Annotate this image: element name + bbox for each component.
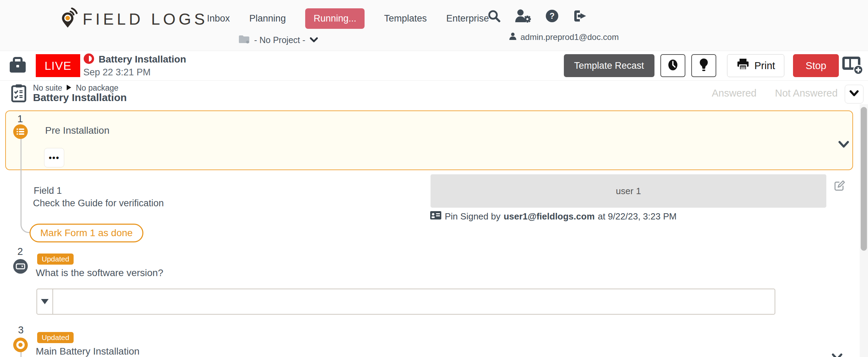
dropdown-caret-segment[interactable] xyxy=(37,289,53,314)
pin-signed-prefix: Pin Signed by xyxy=(445,211,500,222)
item2-number: 2 xyxy=(17,246,23,257)
stop-button[interactable]: Stop xyxy=(793,54,839,77)
field1-instruction: Check the Guide for verification xyxy=(33,198,164,209)
history-clock-button[interactable] xyxy=(660,54,685,77)
signature-edit-icon[interactable] xyxy=(834,180,845,192)
fieldlogs-pin-icon xyxy=(60,8,78,31)
project-selector-label: - No Project - xyxy=(254,35,305,45)
nav-templates[interactable]: Templates xyxy=(384,8,427,29)
pin-signed-row: Pin Signed by user1@fieldlogs.com at 9/2… xyxy=(430,210,677,223)
id-card-icon xyxy=(430,210,442,223)
print-label: Print xyxy=(754,60,775,72)
item3-collapse-chevron-icon[interactable] xyxy=(831,353,843,357)
pin-signed-suffix: at 9/22/23, 3:23 PM xyxy=(598,211,677,222)
item1-number: 1 xyxy=(17,113,23,125)
item3-section-donut-icon xyxy=(13,338,28,352)
filter-answered[interactable]: Answered xyxy=(712,88,757,99)
item3-title: Main Battery Installation xyxy=(36,346,140,357)
clock-icon xyxy=(667,58,679,73)
item3-number: 3 xyxy=(18,324,24,336)
nav-running[interactable]: Running... xyxy=(305,8,365,29)
filter-not-answered[interactable]: Not Answered xyxy=(775,88,838,99)
item1-menu-button[interactable]: ••• xyxy=(44,148,64,167)
briefcase-icon[interactable] xyxy=(9,57,27,75)
run-timestamp: Sep 22 3:21 PM xyxy=(83,67,151,78)
main-nav: Inbox Planning Running... Templates Ente… xyxy=(207,8,489,29)
dropdown-caret-icon xyxy=(41,299,49,304)
nav-planning[interactable]: Planning xyxy=(249,8,286,29)
print-button[interactable]: Print xyxy=(727,54,785,77)
breadcrumb: No suite No package xyxy=(33,83,118,93)
scrollbar-thumb[interactable] xyxy=(861,107,867,251)
section-card-pre-installation[interactable]: 1 Pre Installation ••• xyxy=(5,110,853,170)
run-title: Battery Installation xyxy=(99,54,186,65)
item3-updated-badge: Updated xyxy=(37,332,74,343)
software-version-dropdown[interactable] xyxy=(36,289,775,315)
nav-inbox[interactable]: Inbox xyxy=(207,8,230,29)
printer-icon xyxy=(736,58,750,74)
checklist-subheader: No suite No package Battery Installation… xyxy=(0,81,868,104)
search-icon[interactable] xyxy=(487,9,501,24)
project-selector[interactable]: - No Project - xyxy=(238,34,318,46)
pin-signed-user: user1@fieldlogs.com xyxy=(503,211,594,222)
collapse-all-button[interactable] xyxy=(845,85,863,103)
brand-logo: FIELD LOGS xyxy=(60,8,208,31)
breadcrumb-package: No package xyxy=(76,83,118,93)
help-icon[interactable]: ? xyxy=(545,9,559,24)
breadcrumb-separator-icon xyxy=(66,83,72,93)
lightbulb-icon xyxy=(699,58,709,74)
add-panel-icon[interactable] xyxy=(842,55,863,77)
chevron-down-icon xyxy=(849,90,859,98)
item1-connector-line xyxy=(20,139,30,233)
user-settings-icon[interactable] xyxy=(515,9,531,24)
checklist-clipboard-icon xyxy=(10,83,28,104)
mark-form-done-button[interactable]: Mark Form 1 as done xyxy=(30,224,143,242)
run-toolbar: LIVE Battery Installation Sep 22 3:21 PM… xyxy=(0,51,868,81)
person-icon xyxy=(509,32,517,42)
item1-title: Pre Installation xyxy=(45,125,109,136)
user-email: admin.preprod1@doc.com xyxy=(520,32,619,42)
sign-out-icon[interactable] xyxy=(573,9,587,24)
current-user[interactable]: admin.preprod1@doc.com xyxy=(509,32,619,42)
breadcrumb-suite: No suite xyxy=(33,83,62,93)
item2-question: What is the software version? xyxy=(36,267,163,279)
chevron-down-icon xyxy=(309,35,318,45)
app-header: FIELD LOGS Inbox Planning Running... Tem… xyxy=(0,0,868,51)
run-status-icon xyxy=(83,53,94,66)
item1-ordered-list-icon xyxy=(13,124,28,139)
item2-updated-badge: Updated xyxy=(37,254,74,265)
item1-collapse-chevron-icon[interactable] xyxy=(838,140,850,150)
svg-text:?: ? xyxy=(550,11,555,20)
signature-box[interactable]: user 1 xyxy=(431,174,826,208)
field1-label: Field 1 xyxy=(34,185,62,196)
brand-name: FIELD LOGS xyxy=(83,10,208,28)
dropdown-value[interactable] xyxy=(53,289,775,314)
folder-icon xyxy=(238,34,250,46)
header-icons: ? xyxy=(487,9,587,24)
checklist-title: Battery Installation xyxy=(33,92,127,103)
template-recast-button[interactable]: Template Recast xyxy=(564,54,654,77)
item2-dropdown-type-icon xyxy=(13,259,28,274)
scrollbar-track[interactable] xyxy=(860,104,868,357)
nav-enterprise[interactable]: Enterprise xyxy=(446,8,489,29)
live-badge: LIVE xyxy=(36,54,80,77)
form-content: 1 Pre Installation ••• Field 1 Check the… xyxy=(0,104,868,357)
guide-bulb-button[interactable] xyxy=(691,54,716,77)
